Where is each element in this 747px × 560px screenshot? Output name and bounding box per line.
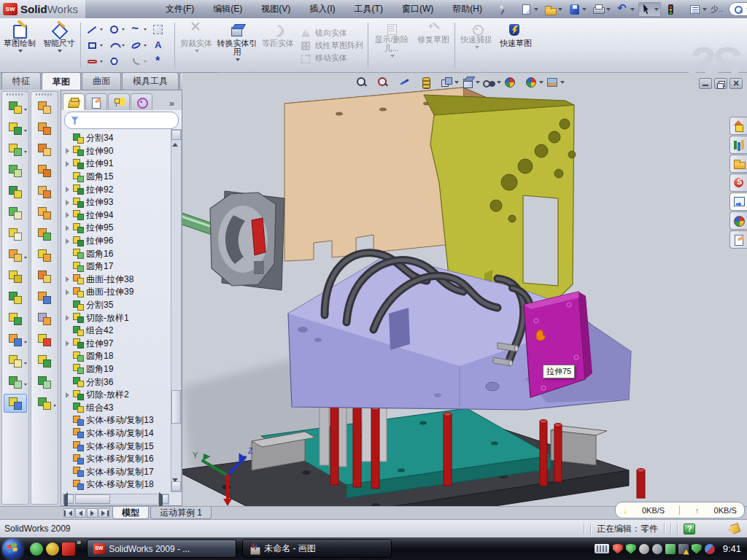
options-list-icon[interactable]	[686, 2, 709, 17]
expand-arrow-icon[interactable]	[64, 225, 71, 231]
freeform-tool-icon[interactable]	[33, 394, 56, 413]
doc-close-button[interactable]	[729, 78, 743, 89]
expand-arrow-icon[interactable]	[64, 341, 71, 346]
rib-tool-icon[interactable]	[4, 267, 27, 286]
network-warning-tray-icon[interactable]	[678, 544, 689, 554]
featuremanager-tab[interactable]	[63, 93, 85, 110]
display-delete-relations-button[interactable]: 显示/删除几...	[371, 20, 413, 71]
menu-window[interactable]: 窗口(W)	[395, 1, 441, 18]
tree-item[interactable]: 圆角18	[64, 350, 182, 363]
doc-restore-button[interactable]	[714, 78, 727, 89]
chamfer-tool-icon[interactable]	[4, 161, 27, 180]
motion-study-tab[interactable]: 运动算例 1	[150, 507, 212, 519]
reference-geometry-tool-icon[interactable]	[4, 351, 27, 370]
split-tool-icon[interactable]	[4, 288, 27, 307]
draft-tool-icon[interactable]	[4, 203, 27, 222]
tree-item[interactable]: 圆角17	[64, 260, 182, 273]
scroll-right-button[interactable]	[158, 494, 169, 504]
solidworks-resources-tab[interactable]	[729, 174, 747, 192]
menu-tools[interactable]: 工具(T)	[347, 1, 390, 18]
ruled-surface-tool-icon[interactable]	[33, 373, 56, 392]
configurationmanager-tab[interactable]	[108, 93, 130, 110]
tab-features[interactable]: 特征	[1, 72, 41, 90]
zoom-to-fit-icon[interactable]	[356, 77, 374, 88]
custom-properties-tab[interactable]	[729, 230, 747, 249]
offset-entities-button[interactable]: 等距实体	[259, 20, 297, 71]
first-tab-button[interactable]	[63, 508, 74, 518]
print-icon[interactable]	[590, 2, 613, 17]
tree-item[interactable]: 实体-移动/复制18	[64, 478, 182, 491]
expand-arrow-icon[interactable]	[64, 187, 71, 192]
delete-face-tool-icon[interactable]	[33, 330, 56, 349]
toolbar-overflow-label[interactable]: 少..	[711, 4, 723, 15]
tag-icon[interactable]	[727, 522, 741, 534]
smart-dimension-button[interactable]: 智能尺寸	[40, 20, 78, 71]
knit-surface-tool-icon[interactable]	[33, 267, 56, 286]
search-box[interactable]	[729, 2, 747, 16]
tree-item[interactable]: 拉伸96	[64, 235, 182, 248]
tab-mold-tools[interactable]: 模具工具	[122, 72, 179, 90]
tree-item[interactable]: 分割35	[64, 299, 182, 312]
sync-tray-icon[interactable]	[665, 544, 676, 554]
pattern-tool-icon[interactable]	[4, 246, 27, 265]
tab-surfaces[interactable]: 曲面	[82, 72, 121, 90]
circle-tool-icon[interactable]	[106, 21, 128, 37]
convert-entities-button[interactable]: 转换实体引用	[217, 20, 258, 71]
expand-arrow-icon[interactable]	[64, 276, 71, 282]
menu-help[interactable]: 帮助(H)	[445, 1, 489, 18]
swept-surface-tool-icon[interactable]	[33, 98, 56, 117]
expand-arrow-icon[interactable]	[64, 161, 71, 167]
tree-item[interactable]: 拉伸94	[64, 209, 182, 222]
arc-tool-icon[interactable]	[106, 37, 128, 53]
scroll-up-button[interactable]	[171, 130, 181, 140]
model-tab[interactable]: 模型	[112, 507, 149, 519]
scroll-down-button[interactable]	[171, 481, 181, 491]
move-copy-body-tool-icon[interactable]	[4, 330, 27, 349]
revolved-surface-tool-icon[interactable]	[33, 119, 56, 138]
apply-scene-icon[interactable]	[525, 77, 543, 88]
rapid-sketch-button[interactable]: 快速草图	[497, 20, 535, 71]
expand-arrow-icon[interactable]	[64, 315, 71, 321]
tree-item[interactable]: 圆角16	[64, 247, 182, 260]
next-tab-button[interactable]	[87, 508, 98, 518]
tree-item[interactable]: 圆角15	[64, 171, 182, 184]
expand-arrow-icon[interactable]	[64, 200, 71, 206]
tree-item[interactable]: 拉伸92	[64, 183, 182, 196]
curve-tool-icon[interactable]	[4, 373, 27, 392]
slot-tool-icon[interactable]	[84, 53, 106, 69]
tree-item[interactable]: 曲面-拉伸38	[64, 273, 182, 287]
sketch-button[interactable]: 草图绘制	[1, 20, 39, 71]
quick-launch-messenger-icon[interactable]	[30, 542, 43, 556]
previous-view-icon[interactable]	[398, 77, 417, 88]
wrap-tool-icon[interactable]	[4, 225, 27, 244]
tree-item[interactable]: 拉伸91	[64, 158, 182, 171]
tree-item[interactable]: 实体-移动/复制14	[64, 427, 182, 440]
trim-surface-tool-icon[interactable]	[33, 288, 56, 307]
search-key-tray-icon[interactable]	[639, 544, 649, 554]
mirror-entities-button[interactable]: 镜向实体	[301, 28, 363, 39]
security-shield-tray-icon[interactable]	[626, 544, 636, 554]
design-library-tab[interactable]	[729, 136, 747, 154]
menu-insert[interactable]: 插入(I)	[302, 1, 342, 18]
planar-surface-tool-icon[interactable]	[33, 203, 56, 222]
zoom-to-area-icon[interactable]	[377, 77, 395, 88]
text-tool-icon[interactable]	[150, 37, 171, 53]
ellipse-tool-icon[interactable]	[128, 37, 150, 53]
expand-arrow-icon[interactable]	[64, 238, 71, 244]
tree-item[interactable]: 拉伸95	[64, 222, 182, 235]
taskbar-clock[interactable]: 9:41	[723, 543, 741, 554]
tree-horizontal-scrollbar[interactable]	[63, 494, 169, 505]
tree-item[interactable]: 实体-移动/复制17	[64, 465, 182, 478]
trim-entities-button[interactable]: 剪裁实体	[177, 20, 215, 71]
replace-face-tool-icon[interactable]	[33, 351, 56, 370]
tree-item[interactable]: 圆角19	[64, 363, 182, 376]
quick-snaps-button[interactable]: 快速捕捉	[457, 20, 495, 71]
fillet-tool-icon[interactable]	[4, 140, 27, 159]
doc-minimize-button[interactable]	[699, 78, 712, 89]
graphics-viewport[interactable]: Y Z X	[182, 73, 747, 506]
point-tool-icon[interactable]	[150, 53, 171, 69]
tree-item[interactable]: 实体-移动/复制15	[64, 440, 182, 453]
previous-tab-button[interactable]	[75, 508, 86, 518]
extruded-cut-tool-icon[interactable]	[4, 119, 27, 138]
appearances-tab[interactable]	[729, 211, 747, 230]
